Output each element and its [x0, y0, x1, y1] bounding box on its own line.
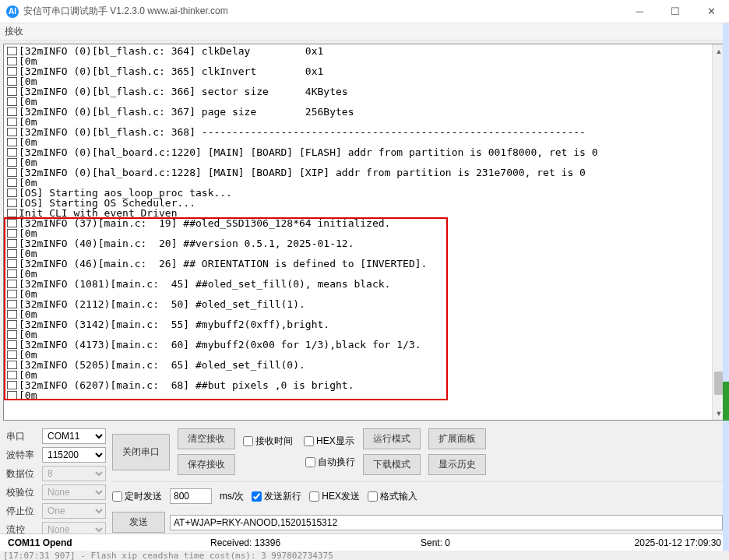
line-checkbox[interactable] [7, 168, 17, 177]
line-checkbox[interactable] [7, 229, 17, 238]
log-text: [32mINFO (6207)[main.c: 68] ##but pixels… [19, 380, 354, 390]
line-checkbox[interactable] [7, 118, 17, 126]
send-input[interactable] [170, 515, 723, 530]
run-mode-button[interactable]: 运行模式 [363, 428, 421, 449]
line-checkbox[interactable] [7, 77, 17, 86]
line-checkbox[interactable] [7, 219, 17, 227]
log-text: [32mINFO (46)[main.c: 26] ## ORIENTATION… [19, 259, 427, 269]
save-receive-button[interactable]: 保存接收 [178, 454, 235, 475]
line-checkbox[interactable] [7, 300, 17, 308]
minimize-button[interactable]: ─ [622, 0, 657, 23]
line-checkbox[interactable] [7, 107, 17, 116]
stopbits-select[interactable]: One [42, 503, 106, 519]
line-checkbox[interactable] [7, 97, 17, 106]
log-line: [32mINFO (2112)[main.c: 50] #oled_set_fi… [7, 299, 722, 309]
status-sent-label: Sent: [421, 537, 445, 548]
line-checkbox[interactable] [7, 320, 17, 329]
control-panel: 串口 COM11 波特率 115200 数据位 8 校验位 None 停止位 O… [0, 424, 729, 541]
interval-input[interactable] [170, 488, 212, 504]
port-select[interactable]: COM11 [42, 428, 106, 444]
recv-time-check[interactable]: 接收时间 [243, 435, 293, 448]
log-line: [32mINFO (0)[bl_flash.c: 364] clkDelay 0… [7, 46, 722, 56]
baud-select[interactable]: 115200 [42, 447, 106, 463]
line-checkbox[interactable] [7, 47, 17, 55]
log-line: [32mINFO (46)[main.c: 26] ## ORIENTATION… [7, 259, 722, 269]
title-bar: AI 安信可串口调试助手 V1.2.3.0 www.ai-thinker.com… [0, 0, 729, 23]
log-line: [0m [7, 390, 722, 400]
log-text: [32mINFO (3142)[main.c: 55] #mybuff2(0xf… [19, 319, 329, 329]
line-checkbox[interactable] [7, 148, 17, 157]
window-title: 安信可串口调试助手 V1.2.3.0 www.ai-thinker.com [23, 5, 228, 18]
maximize-button[interactable]: ☐ [657, 0, 693, 23]
status-received-label: Received: [210, 537, 255, 548]
line-checkbox[interactable] [7, 259, 17, 268]
log-text: [32mINFO (0)[bl_flash.c: 365] clkInvert … [19, 66, 323, 76]
log-text: [32mINFO (0)[bl_flash.c: 364] clkDelay 0… [19, 46, 323, 56]
log-line: [32mINFO (3142)[main.c: 55] #mybuff2(0xf… [7, 319, 722, 329]
parity-select[interactable]: None [42, 484, 106, 500]
interval-unit-label: ms/次 [220, 490, 244, 503]
line-checkbox[interactable] [7, 269, 17, 278]
port-label: 串口 [6, 430, 39, 443]
auto-wrap-check[interactable]: 自动换行 [305, 456, 355, 469]
log-line: [32mINFO (0)[hal_board.c:1228] [MAIN] [B… [7, 167, 722, 178]
clear-receive-button[interactable]: 清空接收 [178, 428, 235, 449]
status-bar: COM11 Opend Received: 13396 Sent: 0 2025… [0, 534, 729, 551]
log-line: [32mINFO (5205)[main.c: 65] #oled_set_fi… [7, 360, 722, 370]
line-checkbox[interactable] [7, 330, 17, 339]
receive-section-label: 接收 [0, 23, 729, 41]
line-checkbox[interactable] [7, 128, 17, 136]
line-checkbox[interactable] [7, 57, 17, 65]
line-checkbox[interactable] [7, 249, 17, 258]
format-input-check[interactable]: 格式输入 [368, 490, 417, 503]
close-port-button[interactable]: 关闭串口 [112, 434, 170, 470]
line-checkbox[interactable] [7, 371, 17, 379]
show-history-button[interactable]: 显示历史 [428, 454, 486, 475]
log-line: [32mINFO (0)[bl_flash.c: 368] ----------… [7, 127, 722, 137]
log-text: [0m [19, 390, 37, 400]
send-newline-check[interactable]: 发送新行 [252, 490, 301, 503]
send-button[interactable]: 发送 [112, 512, 165, 533]
line-checkbox[interactable] [7, 280, 17, 288]
log-line: [32mINFO (0)[bl_flash.c: 366] sector siz… [7, 86, 722, 97]
download-mode-button[interactable]: 下载模式 [363, 454, 421, 475]
line-checkbox[interactable] [7, 391, 17, 400]
baud-label: 波特率 [6, 449, 39, 462]
log-line: [32mINFO (40)[main.c: 20] ##version 0.5.… [7, 238, 722, 248]
log-text: [32mINFO (0)[bl_flash.c: 366] sector siz… [19, 86, 348, 97]
log-text: [32mINFO (37)[main.c: 19] ##oled_SSD1306… [19, 218, 390, 228]
line-checkbox[interactable] [7, 158, 17, 167]
log-line: [32mINFO (0)[bl_flash.c: 367] page size … [7, 107, 722, 117]
hex-show-check[interactable]: HEX显示 [304, 435, 354, 448]
line-checkbox[interactable] [7, 67, 17, 76]
line-checkbox[interactable] [7, 199, 17, 207]
serial-settings: 串口 COM11 波特率 115200 数据位 8 校验位 None 停止位 O… [6, 428, 106, 537]
line-checkbox[interactable] [7, 381, 17, 389]
line-checkbox[interactable] [7, 340, 17, 349]
log-text: [32mINFO (0)[bl_flash.c: 368] ----------… [19, 127, 586, 137]
log-text: [32mINFO (1081)[main.c: 45] ##oled_set_f… [19, 279, 390, 289]
extend-panel-button[interactable]: 扩展面板 [428, 428, 486, 449]
line-checkbox[interactable] [7, 239, 17, 248]
line-checkbox[interactable] [7, 310, 17, 319]
hex-send-check[interactable]: HEX发送 [309, 490, 360, 503]
log-line: [32mINFO (0)[hal_board.c:1220] [MAIN] [B… [7, 147, 722, 157]
databits-select[interactable]: 8 [42, 466, 106, 481]
line-checkbox[interactable] [7, 178, 17, 187]
log-line: [32mINFO (37)[main.c: 19] ##oled_SSD1306… [7, 218, 722, 228]
window-right-edge [723, 23, 729, 551]
log-line: [32mINFO (6207)[main.c: 68] ##but pixels… [7, 380, 722, 390]
line-checkbox[interactable] [7, 87, 17, 96]
line-checkbox[interactable] [7, 188, 17, 197]
line-checkbox[interactable] [7, 350, 17, 359]
close-button[interactable]: ✕ [693, 0, 729, 23]
log-text: [32mINFO (5205)[main.c: 65] #oled_set_fi… [19, 360, 305, 370]
line-checkbox[interactable] [7, 138, 17, 146]
line-checkbox[interactable] [7, 290, 17, 298]
timed-send-check[interactable]: 定时发送 [112, 490, 162, 503]
line-checkbox[interactable] [7, 361, 17, 369]
line-checkbox[interactable] [7, 209, 17, 217]
log-text: [32mINFO (40)[main.c: 20] ##version 0.5.… [19, 238, 354, 248]
app-logo-icon: AI [6, 5, 19, 18]
terminal-output[interactable]: [32mINFO (0)[bl_flash.c: 364] clkDelay 0… [3, 44, 726, 421]
